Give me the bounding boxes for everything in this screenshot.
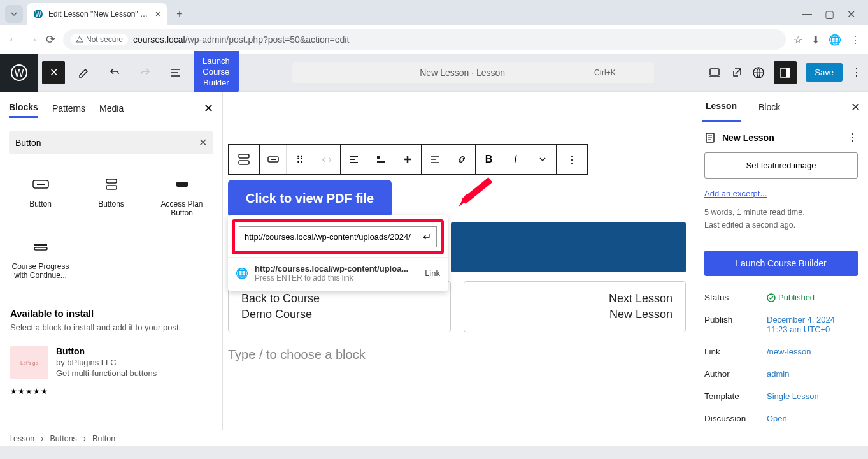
url-text: courses.local/wp-admin/post.php?post=50&… [133,34,349,45]
bold-button[interactable]: B [476,145,502,174]
button-placeholder-block[interactable] [451,222,686,272]
block-access-plan-button[interactable]: Access Plan Button [148,166,216,226]
external-link-icon[interactable] [730,66,743,79]
settings-panel-toggle[interactable] [774,61,797,84]
lesson-options-icon[interactable]: ⋮ [848,131,858,143]
minimize-icon[interactable]: — [802,8,812,20]
set-featured-image-button[interactable]: Set featured image [704,152,858,178]
add-excerpt-link[interactable]: Add an excerpt... [704,189,858,198]
close-inserter-icon[interactable]: ✕ [204,101,213,115]
more-formatting-icon[interactable] [529,145,556,174]
block-toolbar: ⠿ ‹ › B I [228,144,694,175]
block-course-progress[interactable]: Course Progress with Continue... [6,229,75,289]
width-icon[interactable] [394,145,421,174]
launch-course-builder-sidebar-button[interactable]: Launch Course Builder [704,251,858,276]
italic-button[interactable]: I [502,145,529,174]
breadcrumb-item[interactable]: Buttons [50,434,76,443]
not-secure-badge[interactable]: Not secure [71,34,128,45]
globe-icon: 🌐 [236,267,248,279]
submit-link-icon[interactable]: ↵ [423,231,431,243]
forward-button[interactable]: → [27,33,38,47]
lesson-title: New Lesson [722,133,841,143]
tab-blocks[interactable]: Blocks [9,98,38,118]
drag-handle-icon[interactable]: ⠿ [287,145,313,174]
sidebar-row[interactable]: Link/new-lesson [694,340,868,363]
block-search[interactable]: ✕ [9,131,213,154]
tab-block[interactable]: Block [755,93,784,121]
plugin-rating: ★★★★★ [0,387,222,396]
document-overview-button[interactable] [160,54,191,92]
svg-text:W: W [14,68,24,78]
globe-icon[interactable] [752,66,765,79]
search-input[interactable] [15,138,199,148]
tab-media[interactable]: Media [99,99,124,117]
sidebar-row[interactable]: DiscussionOpen [694,407,868,430]
buttons-block-icon [104,175,118,193]
align-left-icon[interactable] [341,145,367,174]
svg-rect-7 [786,68,790,77]
wordpress-logo[interactable]: W [0,54,38,92]
close-settings-icon[interactable]: ✕ [851,100,860,114]
plugin-result[interactable]: Let's go Button by bPlugins LLC Get mult… [0,339,222,387]
star-icon[interactable]: ☆ [793,34,802,46]
progress-block-icon [33,238,48,256]
button-block-icon [32,175,49,193]
save-button[interactable]: Save [806,63,843,82]
annotation-arrow [452,175,497,213]
sidebar-row[interactable]: PublishDecember 4, 2024 11:23 am UTC+0 [694,309,868,340]
back-button[interactable]: ← [8,33,19,47]
clear-search-icon[interactable]: ✕ [199,136,207,149]
svg-rect-13 [34,244,47,246]
breadcrumb-item[interactable]: Lesson [9,434,34,443]
close-icon[interactable]: × [155,9,160,19]
block-type-icon[interactable] [229,145,259,174]
align-icon[interactable] [367,145,394,174]
text-align-icon[interactable] [422,145,448,174]
parent-block-icon[interactable] [260,145,287,174]
edit-icon[interactable] [69,54,99,92]
plugin-description: Get multi-functional buttons [56,368,212,378]
plugin-thumbnail: Let's go [10,346,48,379]
tab-patterns[interactable]: Patterns [52,99,85,117]
sidebar-row[interactable]: StatusPublished [694,286,868,309]
link-icon[interactable] [448,145,475,174]
redo-button[interactable] [130,54,160,92]
laptop-icon[interactable] [708,66,722,80]
options-menu-icon[interactable]: ⋮ [851,66,862,78]
document-title-bar[interactable]: New Lesson · Lesson Ctrl+K [292,62,654,83]
launch-course-builder-button[interactable]: Launch Course Builder [194,51,239,94]
new-tab-button[interactable]: + [171,5,189,23]
reload-button[interactable]: ⟳ [46,33,55,47]
breadcrumb-item[interactable]: Button [92,434,115,443]
globe-icon[interactable]: 🌐 [829,34,841,46]
tab-dropdown[interactable] [5,5,23,23]
block-placeholder[interactable]: Type / to choose a block [228,347,686,362]
block-buttons[interactable]: Buttons [77,166,145,226]
pdf-button[interactable]: Click to view PDF file [228,180,392,217]
download-icon[interactable]: ⬇ [811,34,820,46]
tab-lesson[interactable]: Lesson [702,92,741,122]
wordpress-favicon: W [33,9,43,19]
sidebar-row[interactable]: TemplateSingle Lesson [694,385,868,407]
next-lesson-card[interactable]: Next Lesson New Lesson [464,281,687,332]
maximize-icon[interactable]: ▢ [825,8,834,20]
block-button[interactable]: Button [6,166,75,226]
block-options-icon[interactable]: ⋮ [557,145,587,174]
plugin-author: by bPlugins LLC [56,358,212,367]
address-bar[interactable]: Not secure courses.local/wp-admin/post.p… [63,29,786,50]
close-window-icon[interactable]: ✕ [847,8,855,20]
browser-tab[interactable]: W Edit Lesson "New Lesson" ‹ cou × [27,3,167,25]
menu-icon[interactable]: ⋮ [850,34,860,46]
svg-rect-4 [710,69,719,75]
document-icon [704,132,716,143]
close-editor-button[interactable]: ✕ [42,61,65,84]
undo-button[interactable] [99,54,130,92]
tab-title: Edit Lesson "New Lesson" ‹ cou [48,10,150,18]
move-arrows-icon[interactable]: ‹ › [313,145,340,174]
link-suggestion[interactable]: 🌐 http://courses.local/wp-content/uploa.… [228,257,448,291]
sidebar-row[interactable]: Authoradmin [694,363,868,385]
svg-rect-19 [377,156,380,159]
svg-rect-18 [271,159,276,160]
link-url-input[interactable] [245,232,420,242]
read-time-text: 5 words, 1 minute read time. [704,206,858,219]
